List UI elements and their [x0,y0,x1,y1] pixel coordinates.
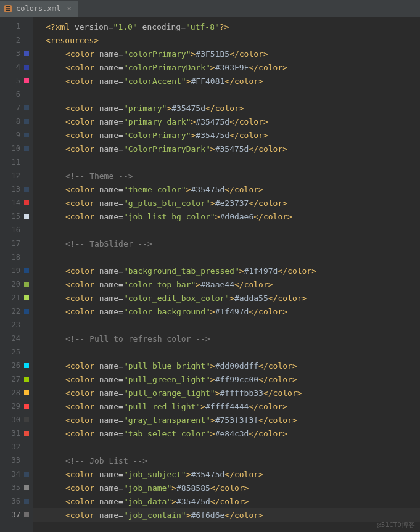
code-line[interactable] [33,440,420,454]
code-line[interactable]: <color name="ColorPrimaryDark">#35475d</… [33,142,420,155]
code-line[interactable]: <color name="colorPrimaryDark">#303F9F</… [33,60,420,74]
color-swatch [24,200,29,205]
code-line[interactable] [33,250,420,264]
line-number: 16 [12,226,20,234]
line-number: 28 [12,388,20,397]
color-swatch [24,268,29,273]
line-number: 27 [12,375,20,383]
color-swatch [24,404,29,409]
code-line[interactable] [33,88,420,101]
tab-filename: colors.xml [16,4,60,13]
color-swatch [24,146,29,151]
code-editor[interactable]: 1234567891011121314151617181920212223242… [0,17,420,532]
gutter-line: 11 [0,155,33,169]
color-swatch [24,51,29,56]
code-line[interactable]: <!-- Pull to refresh color --> [33,332,420,345]
code-line[interactable]: <color name="pull_red_light">#ffff4444</… [33,399,420,413]
code-line[interactable]: <!-- TabSlider --> [33,237,420,250]
code-line[interactable]: <color name="pull_blue_bright">#dd00ddff… [33,359,420,372]
line-number: 10 [12,144,20,153]
code-line[interactable] [33,223,420,237]
code-line[interactable]: <color name="primary_dark">#35475d</colo… [33,115,420,128]
gutter-line: 16 [0,223,33,237]
line-number: 33 [12,456,20,465]
line-number: 32 [12,443,20,451]
close-icon[interactable]: × [67,4,72,13]
line-number: 13 [12,185,20,194]
code-line[interactable]: <!-- Job List --> [33,454,420,467]
editor-tab-bar: colors.xml × [0,0,420,17]
color-swatch [24,363,29,368]
line-number: 8 [16,117,20,126]
code-line[interactable]: <color name="job_contain">#6f6d6e</color… [33,508,420,522]
line-number: 15 [12,212,20,221]
code-line[interactable]: <color name="job_subject">#35475d</color… [33,467,420,481]
line-number: 36 [12,497,20,505]
code-line[interactable] [33,318,420,332]
gutter-line: 8 [0,115,33,128]
code-line[interactable]: <color name="colorPrimary">#3F51B5</colo… [33,47,420,60]
code-line[interactable]: <color name="gray_transparent">#753f3f3f… [33,413,420,427]
code-line[interactable]: <color name="ColorPrimary">#35475d</colo… [33,128,420,142]
gutter-line: 22 [0,305,33,318]
code-line[interactable]: <color name="tab_select_color">#e84c3d</… [33,427,420,440]
code-line[interactable] [33,345,420,359]
line-number: 20 [12,280,20,289]
gutter-line: 36 [0,494,33,508]
code-line[interactable]: <color name="pull_orange_light">#ffffbb3… [33,386,420,399]
gutter-line: 3 [0,47,33,60]
line-number: 11 [12,158,20,166]
code-line[interactable]: <color name="job_data">#35475d</color> [33,494,420,508]
line-number: 30 [12,415,20,424]
line-number: 18 [12,253,20,261]
gutter-line: 15 [0,210,33,223]
gutter-line: 32 [0,440,33,454]
svg-rect-2 [6,7,10,8]
code-line[interactable]: <color name="color_edit_box_color">#adda… [33,291,420,305]
line-number: 25 [12,348,20,356]
gutter-line: 10 [0,142,33,155]
color-swatch [24,105,29,110]
code-line[interactable]: <color name="color_top_bar">#8aae44</col… [33,277,420,291]
color-swatch [24,282,29,287]
gutter-line: 4 [0,60,33,74]
gutter-line: 26 [0,359,33,372]
code-line[interactable]: <color name="job_list_bg_color">#d0dae6<… [33,210,420,223]
line-number: 9 [16,131,20,139]
code-line[interactable] [33,155,420,169]
code-line[interactable]: <color name="colorAccent">#FF4081</color… [33,74,420,88]
code-area[interactable]: <?xml version="1.0" encoding="utf-8"?><r… [33,17,420,532]
color-swatch [24,119,29,124]
color-swatch [24,187,29,192]
gutter-line: 25 [0,345,33,359]
xml-file-icon [4,4,12,13]
code-line[interactable]: <color name="background_tab_pressed">#1f… [33,264,420,277]
line-number: 14 [12,198,20,207]
code-line[interactable]: <color name="job_name">#858585</color> [33,481,420,494]
code-line[interactable]: <!-- Theme --> [33,169,420,182]
line-number: 37 [12,510,20,519]
color-swatch [24,309,29,314]
color-swatch [24,295,29,300]
gutter-line: 28 [0,386,33,399]
svg-rect-1 [6,6,10,11]
line-number: 17 [12,239,20,248]
gutter-line: 12 [0,169,33,182]
file-tab[interactable]: colors.xml × [0,1,78,17]
code-line[interactable]: <resources> [33,33,420,47]
code-line[interactable]: <?xml version="1.0" encoding="utf-8"?> [33,20,420,33]
line-number: 5 [16,76,20,85]
line-number: 31 [12,429,20,438]
line-number: 3 [16,49,20,58]
code-line[interactable]: <color name="color_background">#1f497d</… [33,305,420,318]
code-line[interactable]: <color name="g_plus_btn_color">#e23737</… [33,196,420,210]
code-line[interactable]: <color name="primary">#35475d</color> [33,101,420,115]
line-number: 2 [16,36,20,44]
gutter-line: 31 [0,427,33,440]
code-line[interactable]: <color name="pull_green_light">#ff99cc00… [33,372,420,386]
gutter-line: 30 [0,413,33,427]
code-line[interactable]: <color name="theme_color">#35475d</color… [33,182,420,196]
gutter-line: 17 [0,237,33,250]
gutter-line: 21 [0,291,33,305]
gutter-line: 14 [0,196,33,210]
